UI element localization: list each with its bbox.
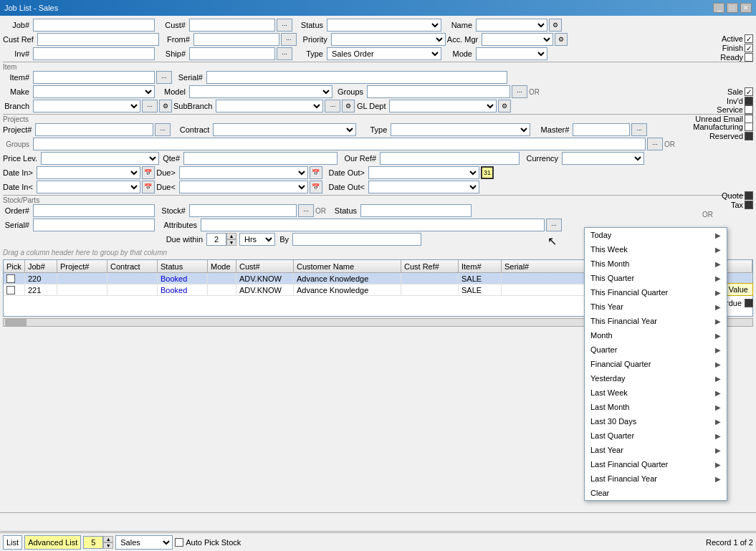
menu-last-year[interactable]: Last Year ▶: [585, 443, 727, 457]
menu-last-financial-year[interactable]: Last Financial Year ▶: [585, 471, 727, 486]
menu-this-month[interactable]: This Month ▶: [585, 257, 727, 271]
menu-this-week[interactable]: This Week ▶: [585, 242, 727, 257]
name-gear-button[interactable]: ⚙: [549, 19, 562, 32]
status-select[interactable]: [327, 19, 441, 32]
subbranch-select[interactable]: [216, 100, 323, 112]
list-num-up[interactable]: ▲: [103, 536, 113, 542]
menu-this-financial-year[interactable]: This Financial Year ▶: [585, 314, 727, 328]
projectnum-input[interactable]: [35, 123, 153, 136]
from-input[interactable]: [193, 33, 279, 46]
master-input[interactable]: [573, 123, 630, 136]
due-within-up-button[interactable]: ▲: [226, 233, 236, 239]
minimize-button[interactable]: ⎯: [713, 3, 724, 13]
menu-financial-quarter[interactable]: Financial Quarter ▶: [585, 357, 727, 371]
projectnum-dots-button[interactable]: ···: [155, 123, 171, 136]
datein-lt-select[interactable]: [37, 181, 140, 193]
menu-quarter[interactable]: Quarter ▶: [585, 342, 727, 357]
close-button[interactable]: ✕: [740, 3, 752, 13]
list-num-input[interactable]: [83, 536, 103, 549]
datein-lt-cal-button[interactable]: 📅: [142, 181, 155, 193]
menu-month[interactable]: Month ▶: [585, 328, 727, 342]
stocknum-dots-button[interactable]: ···: [298, 204, 314, 217]
stockstatus-input[interactable]: [360, 204, 472, 217]
menu-last-month[interactable]: Last Month ▶: [585, 400, 727, 414]
serial-input[interactable]: [206, 71, 507, 84]
menu-last-financial-quarter[interactable]: Last Financial Quarter ▶: [585, 457, 727, 471]
due-overdue-checkbox[interactable]: [745, 299, 753, 307]
tax-checkbox[interactable]: [745, 201, 753, 209]
master-dots-button[interactable]: ···: [631, 123, 647, 136]
due-lt-select[interactable]: [179, 181, 308, 193]
priority-select[interactable]: [331, 33, 446, 46]
sales-select[interactable]: Sales: [115, 535, 173, 550]
menu-yesterday[interactable]: Yesterday ▶: [585, 371, 727, 385]
sale-checkbox[interactable]: ✓: [745, 87, 753, 96]
groups-section-input[interactable]: [33, 138, 646, 150]
list-tab[interactable]: List: [3, 535, 22, 550]
service-checkbox[interactable]: [745, 105, 753, 114]
stockserial-input[interactable]: [33, 219, 155, 231]
dateout-gt-cal-button[interactable]: 31: [481, 166, 494, 179]
menu-this-financial-quarter[interactable]: This Financial Quarter ▶: [585, 285, 727, 300]
make-select[interactable]: [33, 85, 155, 98]
datein-gt-select[interactable]: [37, 166, 140, 179]
hrs-select[interactable]: Hrs: [239, 233, 275, 246]
quote-checkbox[interactable]: [745, 191, 753, 200]
inv-input[interactable]: [33, 47, 155, 60]
attributes-dots-button[interactable]: ···: [546, 219, 562, 231]
active-checkbox[interactable]: ✓: [745, 34, 753, 43]
due-within-down-button[interactable]: ▼: [226, 239, 236, 246]
itemnum-input[interactable]: [33, 71, 155, 84]
proj-type-select[interactable]: [391, 123, 530, 136]
cust-dots-button[interactable]: ···: [277, 19, 292, 32]
currency-select[interactable]: [562, 152, 644, 165]
custref-input[interactable]: [37, 33, 159, 46]
due-gt-cal-button[interactable]: 📅: [310, 166, 322, 179]
finish-checkbox[interactable]: ✓: [745, 44, 753, 52]
ship-input[interactable]: [189, 47, 275, 60]
advanced-list-tab[interactable]: Advanced List: [24, 535, 81, 550]
branch-dots-button[interactable]: ···: [142, 100, 158, 112]
type-select[interactable]: Sales Order: [327, 47, 441, 60]
model-select[interactable]: [189, 85, 332, 98]
order-input[interactable]: [33, 204, 155, 217]
due-lt-cal-button[interactable]: 📅: [310, 181, 322, 193]
menu-last-week[interactable]: Last Week ▶: [585, 385, 727, 400]
ourref-input[interactable]: [380, 152, 520, 165]
auto-pick-checkbox[interactable]: [175, 538, 183, 547]
groups-dots-button[interactable]: ···: [512, 85, 527, 98]
job-input[interactable]: [33, 19, 155, 32]
due-gt-select[interactable]: [179, 166, 308, 179]
name-select[interactable]: [476, 19, 547, 32]
menu-this-quarter[interactable]: This Quarter ▶: [585, 271, 727, 285]
gldept-gear-button[interactable]: ⚙: [498, 100, 511, 112]
menu-last-30-days[interactable]: Last 30 Days ▶: [585, 414, 727, 428]
menu-last-quarter[interactable]: Last Quarter ▶: [585, 428, 727, 443]
from-dots-button[interactable]: ···: [281, 33, 297, 46]
menu-this-year[interactable]: This Year ▶: [585, 300, 727, 314]
due-within-input[interactable]: [206, 233, 226, 246]
subbranch-dots-button[interactable]: ···: [325, 100, 340, 112]
ship-dots-button[interactable]: ···: [277, 47, 292, 60]
ready-checkbox[interactable]: [745, 53, 753, 62]
menu-today[interactable]: Today ▶: [585, 228, 727, 242]
list-num-down[interactable]: ▼: [103, 542, 113, 549]
dateout-lt-select[interactable]: [368, 181, 479, 193]
qte-input[interactable]: [183, 152, 338, 165]
invd-checkbox[interactable]: [745, 97, 753, 105]
cust-input[interactable]: [189, 19, 275, 32]
attributes-input[interactable]: [201, 219, 545, 231]
manufacturing-checkbox[interactable]: [745, 123, 753, 131]
groups-section-dots-button[interactable]: ···: [647, 138, 663, 150]
branch-select[interactable]: [33, 100, 140, 112]
mode-select[interactable]: [476, 47, 547, 60]
accmgr-select[interactable]: [482, 33, 553, 46]
menu-clear[interactable]: Clear: [585, 486, 727, 500]
pricelev-select[interactable]: [41, 152, 159, 165]
branch-gear-button[interactable]: ⚙: [159, 100, 172, 112]
reserved-checkbox[interactable]: [745, 132, 753, 140]
due-within-date-input[interactable]: [292, 233, 421, 246]
gldept-select[interactable]: [389, 100, 497, 112]
accmgr-gear-button[interactable]: ⚙: [555, 33, 568, 46]
contract-select[interactable]: [213, 123, 356, 136]
